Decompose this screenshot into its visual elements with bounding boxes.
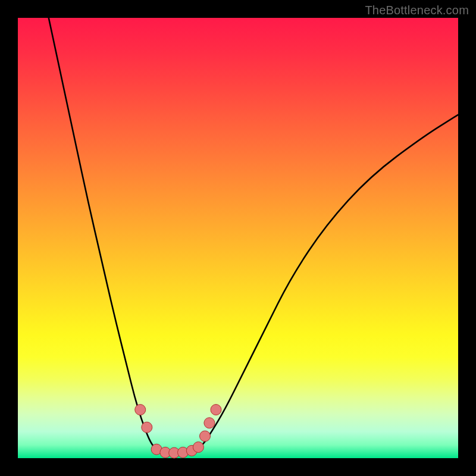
chart-stage: TheBottleneck.com [0, 0, 476, 476]
curve-marker [135, 405, 146, 415]
curve-marker [193, 442, 203, 453]
curve-layer [18, 18, 458, 458]
bottleneck-curve [49, 18, 458, 453]
watermark-text: TheBottleneck.com [365, 4, 469, 17]
curve-marker [142, 422, 152, 433]
plot-area [18, 18, 458, 458]
curve-marker [211, 405, 221, 415]
curve-marker [204, 418, 215, 428]
curve-marker [200, 431, 211, 441]
curve-markers [135, 405, 221, 459]
